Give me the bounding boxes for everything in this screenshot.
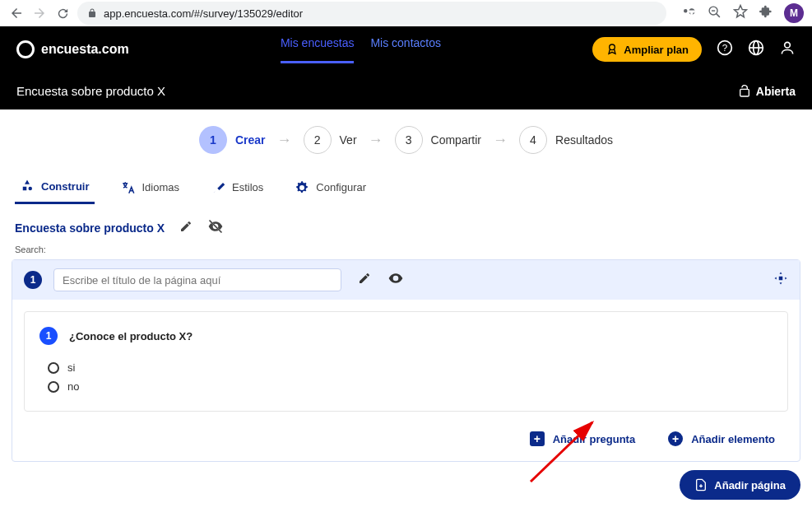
svg-point-9 [785,42,791,48]
unlock-icon [738,85,751,98]
medal-icon [606,43,619,56]
svg-point-3 [610,44,615,50]
survey-status: Abierta [738,85,796,98]
brush-icon [211,180,225,195]
visibility-off-icon[interactable] [207,218,224,238]
forward-icon[interactable] [31,5,48,21]
tab-estilos[interactable]: Estilos [206,170,268,204]
question-card[interactable]: 1 ¿Conoce el producto X? si no [24,311,788,412]
gear-icon [295,180,309,195]
svg-text:?: ? [722,42,728,53]
key-icon[interactable] [681,4,696,22]
page-number-badge: 1 [24,271,42,289]
editor-title: Encuesta sobre producto X [15,221,165,235]
drag-handle-icon[interactable] [773,271,788,289]
radio-icon [48,362,59,374]
tab-construir[interactable]: Construir [15,170,95,204]
radio-icon [48,381,59,393]
survey-title: Encuesta sobre producto X [16,84,165,98]
step-ver[interactable]: 2Ver [304,126,357,154]
brand-logo[interactable]: encuesta.com [16,40,129,58]
url-text: app.encuesta.com/#/survey/135029/editor [104,7,303,20]
back-icon[interactable] [8,5,25,21]
preview-page-icon[interactable] [387,270,404,290]
option-si[interactable]: si [39,358,773,377]
globe-icon[interactable] [748,40,764,59]
nav-mis-contactos[interactable]: Mis contactos [370,36,441,63]
step-crear[interactable]: 1Crear [199,126,266,154]
url-bar[interactable]: app.encuesta.com/#/survey/135029/editor [77,2,666,25]
tab-idiomas[interactable]: Idiomas [116,170,185,204]
help-icon[interactable]: ? [717,40,733,59]
edit-page-icon[interactable] [358,272,371,288]
lock-icon [87,7,97,19]
logo-circle-icon [16,40,35,58]
ampliar-plan-button[interactable]: Ampliar plan [592,37,702,62]
question-number-badge: 1 [39,327,58,345]
step-resultados[interactable]: 4Resultados [519,126,613,154]
add-page-button[interactable]: Añadir página [680,470,800,500]
add-question-button[interactable]: +Añadir pregunta [530,431,635,446]
chevron-right-icon: → [369,132,383,149]
svg-line-1 [717,13,720,16]
file-plus-icon [694,478,708,491]
translate-icon [121,180,136,195]
star-icon[interactable] [733,4,748,22]
search-label: Search: [0,243,812,256]
plus-square-icon: + [530,431,545,446]
chevron-right-icon: → [493,132,508,149]
stepper: 1Crear → 2Ver → 3Compartir → 4Resultados [0,109,812,170]
user-icon[interactable] [779,40,796,59]
question-text: ¿Conoce el producto X? [69,330,193,342]
edit-title-icon[interactable] [179,220,193,236]
extension-icon[interactable] [759,5,773,21]
tab-configurar[interactable]: Configurar [290,170,371,204]
nav-mis-encuestas[interactable]: Mis encuestas [281,36,354,63]
option-no[interactable]: no [39,377,773,396]
shapes-icon [20,179,35,193]
page-title-input[interactable] [53,268,341,291]
step-compartir[interactable]: 3Compartir [395,126,481,154]
reload-icon[interactable] [54,5,71,21]
zoom-icon[interactable] [708,5,722,22]
profile-avatar[interactable]: M [784,3,804,23]
add-element-button[interactable]: +Añadir elemento [668,431,775,446]
chevron-right-icon: → [277,132,292,149]
plus-circle-icon: + [668,431,683,446]
